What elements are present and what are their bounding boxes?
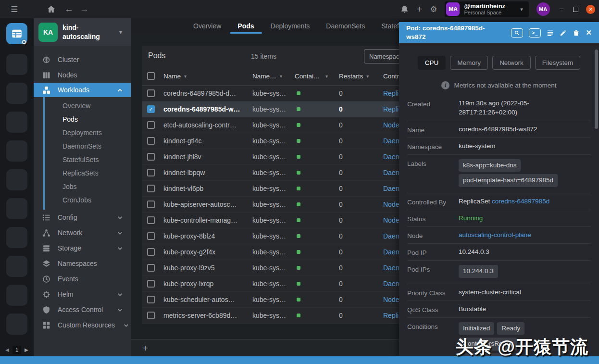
tab-overview[interactable]: Overview — [193, 18, 221, 34]
pod-restarts: 0 — [339, 169, 383, 176]
home-icon[interactable] — [47, 0, 55, 18]
row-checkbox[interactable] — [147, 201, 155, 208]
page-prev-icon[interactable]: ◀ — [5, 347, 9, 352]
user-avatar[interactable]: MA — [537, 2, 550, 16]
row-checkbox[interactable] — [147, 312, 155, 319]
field-label: Node — [407, 231, 459, 240]
container-status-dot — [297, 187, 300, 190]
tab-deployments[interactable]: Deployments — [271, 18, 310, 34]
sidebar-item-nodes[interactable]: Nodes — [34, 67, 131, 83]
container-status-dot — [297, 91, 300, 95]
row-checkbox[interactable] — [147, 280, 155, 288]
column-header-containers[interactable]: Containers▾ — [295, 73, 339, 80]
row-checkbox[interactable] — [147, 89, 155, 97]
sidebar-item-events[interactable]: Events — [34, 271, 131, 287]
row-checkbox[interactable] — [147, 137, 155, 145]
add-cluster-icon[interactable]: + — [416, 0, 422, 18]
metric-tab-cpu[interactable]: CPU — [418, 56, 446, 70]
hotbar-empty-slot — [6, 169, 27, 190]
settings-gear-icon[interactable]: ⚙ — [430, 0, 437, 18]
window-close-button[interactable]: ✕ — [586, 5, 595, 14]
edit-button[interactable] — [560, 29, 567, 37]
workloads-icon — [42, 86, 50, 94]
sidebar-subitem-overview[interactable]: Overview — [45, 99, 131, 113]
row-checkbox[interactable]: ✓ — [147, 105, 155, 113]
sidebar-subitem-deployments[interactable]: Deployments — [45, 126, 131, 139]
metric-tab-filesystem[interactable]: Filesystem — [535, 56, 581, 70]
drawer-field-labels: Labelsk8s-app=kube-dnspod-template-hash=… — [407, 155, 591, 194]
metric-tab-network[interactable]: Network — [492, 56, 531, 70]
row-checkbox[interactable] — [147, 264, 155, 272]
sidebar-item-storage[interactable]: Storage — [34, 240, 131, 256]
pod-containers — [295, 250, 339, 254]
app-menu-icon[interactable]: ☰ — [11, 0, 18, 18]
column-header-restarts[interactable]: Restarts▾ — [339, 73, 383, 80]
nav-back-icon[interactable]: ← — [64, 0, 74, 18]
container-status-dot — [297, 202, 300, 206]
row-checkbox[interactable] — [147, 169, 155, 176]
sidebar-item-config[interactable]: Config — [34, 210, 131, 225]
sidebar-subitem-daemonsets[interactable]: DaemonSets — [45, 139, 131, 153]
select-all-checkbox[interactable] — [147, 72, 155, 80]
cluster-picker[interactable]: KA kind-autoscaling ▾ — [34, 18, 131, 46]
pod-name: kindnet-lbpqw — [163, 169, 252, 176]
field-label: Priority Class — [407, 288, 459, 297]
row-checkbox[interactable] — [147, 185, 155, 192]
drawer-scrollbar[interactable] — [595, 50, 598, 129]
drawer-title: Pod: coredns-64897985d-ws872 — [406, 24, 499, 41]
field-link[interactable]: autoscaling-control-plane — [459, 231, 531, 238]
page-number[interactable]: 1 — [12, 346, 21, 354]
row-checkbox[interactable] — [147, 296, 155, 303]
sidebar-item-network[interactable]: Network — [34, 225, 131, 240]
tab-pods[interactable]: Pods — [237, 18, 254, 34]
field-label: Controlled By — [407, 197, 459, 206]
sidebar-item-custom-resources[interactable]: Custom Resources — [34, 317, 131, 333]
pod-name: kube-controller-manag… — [163, 216, 252, 224]
sidebar-subitem-statefulsets[interactable]: StatefulSets — [45, 153, 131, 166]
pod-details-drawer: Pod: coredns-64897985d-ws872 >_✕ CPUMemo… — [399, 22, 599, 356]
container-status-dot — [297, 139, 300, 143]
pod-shell-button[interactable]: >_ — [529, 28, 541, 38]
window-minimize-button[interactable]: – — [558, 4, 565, 15]
access-control-icon — [42, 306, 50, 314]
pod-containers — [295, 234, 339, 238]
sidebar-item-workloads[interactable]: Workloads — [34, 83, 131, 97]
hotbar-gear-icon[interactable]: ⚙ — [21, 38, 27, 46]
sidebar-subitem-pods[interactable]: Pods — [45, 113, 131, 126]
tab-daemonsets[interactable]: DaemonSets — [326, 18, 365, 34]
sidebar-subitem-cronjobs[interactable]: CronJobs — [45, 193, 131, 207]
pod-logs-button[interactable] — [547, 29, 554, 37]
sidebar-subitem-jobs[interactable]: Jobs — [45, 180, 131, 193]
workloads-submenu: OverviewPodsDeploymentsDaemonSetsStatefu… — [43, 97, 131, 210]
row-checkbox[interactable] — [147, 232, 155, 240]
pod-namespace: kube-system — [252, 216, 295, 224]
row-checkbox[interactable] — [147, 248, 155, 256]
field-label: Namespace — [407, 142, 459, 151]
container-status-dot — [297, 282, 300, 286]
row-checkbox[interactable] — [147, 216, 155, 224]
add-dock-tab-button[interactable]: + — [142, 342, 148, 354]
column-header-ns[interactable]: Namespace▾ — [252, 73, 295, 80]
pod-attach-button[interactable] — [511, 28, 523, 38]
metric-tab-memory[interactable]: Memory — [450, 56, 488, 70]
row-checkbox[interactable] — [147, 121, 155, 129]
column-header-name[interactable]: Name▾ — [163, 73, 252, 80]
drawer-field-created: Created119m 30s ago (2022-05-28T17:21:26… — [407, 95, 591, 121]
field-link[interactable]: coredns-64897985d — [492, 198, 549, 205]
sidebar-item-helm[interactable]: Helm — [34, 287, 131, 302]
field-value: kube-system — [459, 142, 573, 151]
close-button[interactable]: ✕ — [586, 28, 592, 37]
window-maximize-button[interactable] — [573, 7, 578, 12]
sidebar-item-access-control[interactable]: Access Control — [34, 302, 131, 317]
account-menu[interactable]: MA @martinheinz Personal Space ▾ — [445, 1, 528, 17]
sidebar-item-namespaces[interactable]: Namespaces — [34, 256, 131, 271]
drawer-field-pod-ip: Pod IP10.244.0.3 — [407, 244, 591, 261]
delete-button[interactable] — [573, 29, 580, 37]
sidebar-item-cluster[interactable]: Cluster — [34, 52, 131, 67]
page-next-icon[interactable]: ▶ — [25, 347, 28, 352]
row-checkbox[interactable] — [147, 153, 155, 161]
helm-icon — [42, 290, 50, 299]
notifications-bell-icon[interactable] — [400, 5, 409, 13]
sidebar-subitem-replicasets[interactable]: ReplicaSets — [45, 166, 131, 180]
nav-forward-icon[interactable]: → — [80, 0, 89, 18]
